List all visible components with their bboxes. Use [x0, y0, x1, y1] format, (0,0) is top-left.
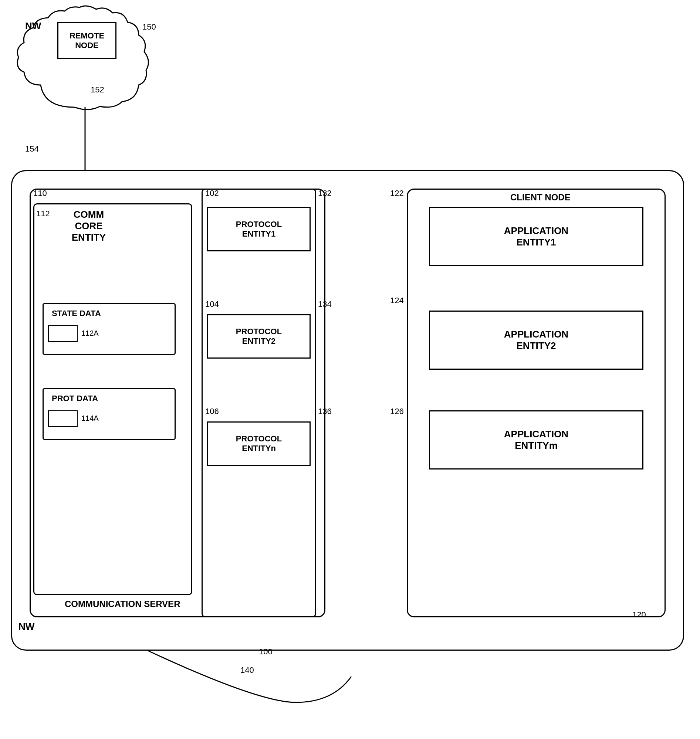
ref-120: 120	[632, 610, 646, 620]
protocol-entity-n: PROTOCOL ENTITYn	[207, 422, 310, 466]
ref-102: 102	[205, 188, 219, 198]
nw-top-label: NW	[25, 21, 41, 32]
application-entity-m: APPLICATION ENTITYm	[429, 410, 643, 470]
nw-bottom-label: NW	[19, 621, 34, 633]
prot-data-rect	[48, 410, 78, 427]
ref-104: 104	[205, 300, 219, 309]
remote-node-label: REMOTE NODE	[69, 31, 104, 50]
ref-132: 132	[318, 188, 332, 198]
ref-106: 106	[205, 407, 219, 416]
ref-110: 110	[33, 188, 47, 198]
ref-114a: 114A	[81, 414, 99, 423]
application-entity-2: APPLICATION ENTITY2	[429, 310, 643, 370]
application-entity-m-label: APPLICATION ENTITYm	[504, 429, 568, 451]
ref-152: 152	[91, 85, 104, 95]
application-entity-1: APPLICATION ENTITY1	[429, 207, 643, 266]
protocol-entity-2: PROTOCOL ENTITY2	[207, 314, 310, 358]
ref-100: 100	[259, 647, 272, 657]
protocol-entity-1: PROTOCOL ENTITY1	[207, 207, 310, 251]
remote-node-box: REMOTE NODE	[57, 22, 116, 59]
ref-112: 112	[36, 209, 50, 219]
diagram-container: NW REMOTE NODE 150 152 154 NW 100 140 CO…	[0, 0, 700, 739]
ref-112a: 112A	[81, 329, 99, 338]
comm-server-label: COMMUNICATION SERVER	[65, 599, 180, 609]
ref-122: 122	[390, 188, 404, 198]
ref-124: 124	[390, 296, 404, 306]
ref-140: 140	[240, 666, 254, 675]
client-node-label: CLIENT NODE	[510, 192, 571, 203]
application-entity-2-label: APPLICATION ENTITY2	[504, 329, 568, 351]
state-data-label: STATE DATA	[52, 309, 101, 318]
ref-126: 126	[390, 407, 404, 416]
ref-150: 150	[143, 22, 156, 32]
ref-154: 154	[25, 144, 39, 154]
ref-134: 134	[318, 300, 332, 309]
prot-data-label: PROT DATA	[52, 394, 98, 403]
protocol-entity-1-label: PROTOCOL ENTITY1	[236, 220, 282, 239]
comm-core-title: COMM CORE ENTITY	[52, 209, 126, 243]
ref-136: 136	[318, 407, 332, 416]
state-data-rect	[48, 325, 78, 342]
protocol-entity-n-label: PROTOCOL ENTITYn	[236, 434, 282, 453]
protocol-entities-box	[201, 188, 316, 617]
protocol-entity-2-label: PROTOCOL ENTITY2	[236, 327, 282, 346]
application-entity-1-label: APPLICATION ENTITY1	[504, 225, 568, 248]
